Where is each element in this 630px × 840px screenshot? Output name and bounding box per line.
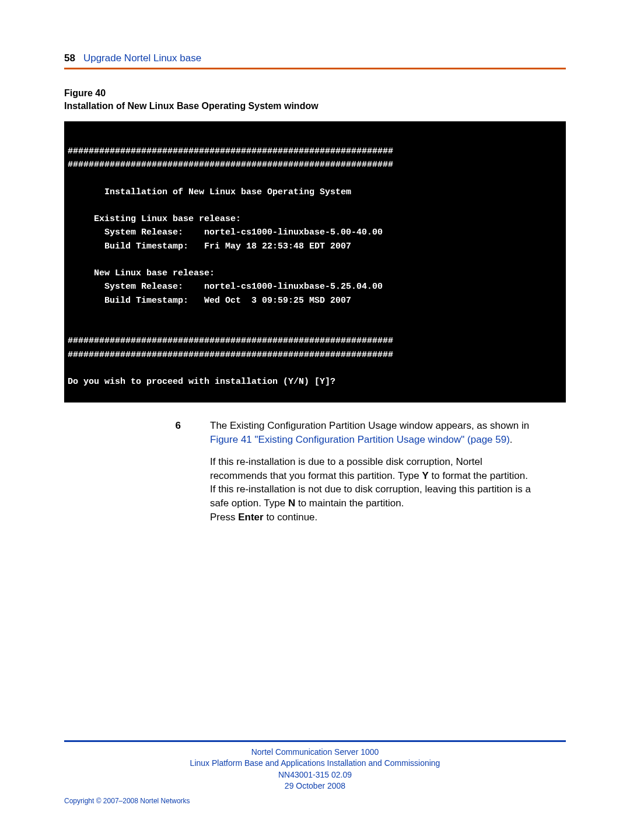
hash-line: ########################################… (68, 350, 393, 360)
content-area: 58 Upgrade Nortel Linux base Figure 40 I… (64, 52, 566, 740)
sysrel-label: System Release: (104, 228, 183, 237)
figure-label: Figure 40 Installation of New Linux Base… (64, 87, 566, 113)
install-prompt: Do you wish to proceed with installation… (68, 377, 335, 387)
key-enter: Enter (238, 512, 263, 523)
terminal-title: Installation of New Linux base Operating… (104, 187, 351, 197)
footer-line-2: Linux Platform Base and Applications Ins… (64, 758, 566, 769)
step-body: The Existing Configuration Partition Usa… (210, 419, 537, 533)
copyright-line: Copyright © 2007–2008 Nortel Networks (64, 797, 566, 805)
section-title: Upgrade Nortel Linux base (83, 52, 201, 64)
step-block: 6 The Existing Configuration Partition U… (64, 419, 566, 533)
step-number: 6 (64, 419, 210, 533)
new-sysrel-value: nortel-cs1000-linuxbase-5.25.04.00 (204, 282, 383, 292)
step-paragraph-1: The Existing Configuration Partition Usa… (210, 419, 537, 447)
hash-line: ########################################… (68, 160, 393, 170)
footer-rule (64, 740, 566, 742)
step-paragraph-4: Press Enter to continue. (210, 510, 537, 524)
existing-sysrel-value: nortel-cs1000-linuxbase-5.00-40.00 (204, 228, 383, 237)
key-n: N (288, 498, 295, 509)
figure-cross-ref-link[interactable]: Figure 41 "Existing Configuration Partit… (210, 434, 510, 445)
existing-build-value: Fri May 18 22:53:48 EDT 2007 (204, 242, 351, 251)
new-build-value: Wed Oct 3 09:59:25 MSD 2007 (204, 296, 351, 306)
running-header: 58 Upgrade Nortel Linux base (64, 52, 566, 66)
text-run: . (510, 434, 513, 445)
text-run: Press (210, 512, 238, 523)
existing-heading: Existing Linux base release: (94, 214, 241, 224)
step-paragraph-2: If this re-installation is due to a poss… (210, 455, 537, 483)
figure-number: Figure 40 (64, 88, 106, 98)
text-run: The Existing Configuration Partition Usa… (210, 420, 529, 431)
header-rule (64, 68, 566, 69)
footer-line-1: Nortel Communication Server 1000 (64, 747, 566, 758)
page-number: 58 (64, 52, 75, 64)
hash-line: ########################################… (68, 146, 393, 156)
build-label: Build Timestamp: (104, 296, 188, 306)
new-heading: New Linux base release: (94, 268, 215, 278)
key-y: Y (422, 470, 428, 481)
footer-line-3: NN43001-315 02.09 (64, 769, 566, 781)
sysrel-label: System Release: (104, 282, 183, 292)
text-run: to format the partition. (429, 470, 528, 481)
build-label: Build Timestamp: (104, 242, 188, 251)
figure-caption: Installation of New Linux Base Operating… (64, 101, 318, 111)
text-run: to maintain the partition. (295, 498, 404, 509)
document-page: 58 Upgrade Nortel Linux base Figure 40 I… (0, 0, 630, 840)
page-footer: Nortel Communication Server 1000 Linux P… (64, 740, 566, 805)
step-paragraph-3: If this re-installation is not due to di… (210, 482, 537, 510)
footer-text-block: Nortel Communication Server 1000 Linux P… (64, 747, 566, 792)
text-run: to continue. (264, 512, 318, 523)
terminal-screenshot: ########################################… (64, 121, 566, 403)
footer-line-4: 29 October 2008 (64, 780, 566, 792)
hash-line: ########################################… (68, 336, 393, 346)
